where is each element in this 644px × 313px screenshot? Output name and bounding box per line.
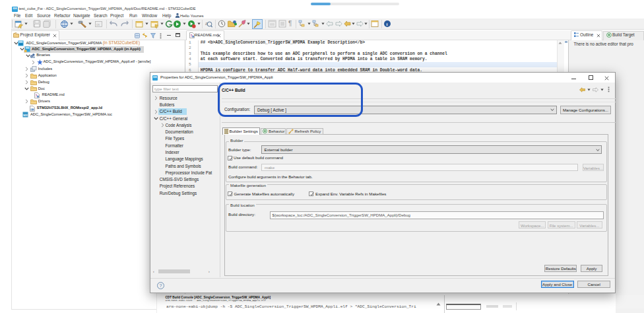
svg-text:cs: cs xyxy=(96,22,100,26)
svg-text:MX: MX xyxy=(24,114,28,117)
svg-text:i: i xyxy=(387,22,388,27)
